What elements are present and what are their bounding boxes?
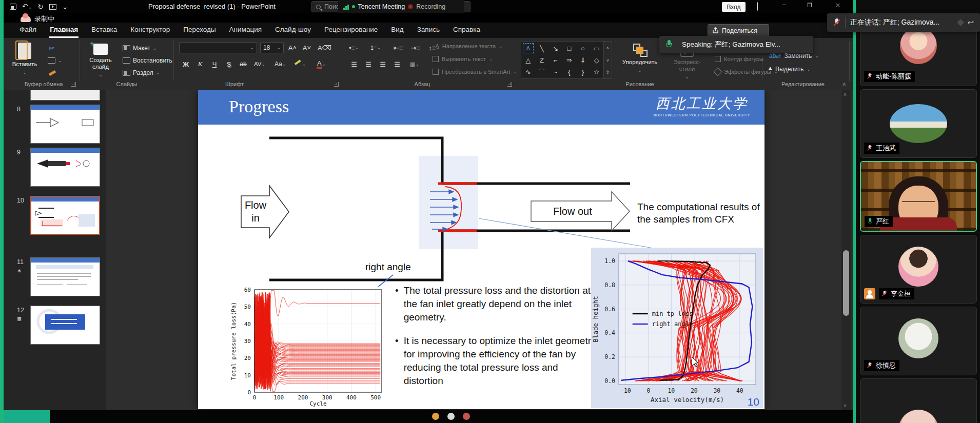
underline-button[interactable]: Ч <box>209 58 220 70</box>
tab-Слайд-шоу[interactable]: Слайд-шоу <box>268 23 318 38</box>
tab-Анимация[interactable]: Анимация <box>223 23 268 38</box>
font-name-combo[interactable]: ⌄ <box>179 42 257 53</box>
shape-icon[interactable]: ⇓ <box>576 55 590 66</box>
slide-thumbnail-10[interactable] <box>30 196 100 235</box>
bold-button[interactable]: Ж <box>180 58 191 70</box>
shape-icon[interactable]: ~ <box>548 66 562 78</box>
shapes-scroll-icon[interactable]: ⇳ <box>603 66 612 78</box>
slide-thumbnail-8[interactable] <box>30 105 100 144</box>
font-size-combo[interactable]: 18⌄ <box>260 42 284 53</box>
tab-Главная[interactable]: Главная <box>43 23 85 38</box>
participant-tile-严红[interactable]: 严红 <box>860 161 977 232</box>
shape-icon[interactable]: ☆ <box>590 66 603 78</box>
paste-button[interactable]: Вставить⌄ <box>8 41 42 79</box>
shape-icon[interactable]: } <box>576 66 590 78</box>
tab-Справка[interactable]: Справка <box>446 23 487 38</box>
strikethrough-button[interactable]: ab <box>238 58 249 70</box>
start-slideshow-icon[interactable] <box>49 4 56 10</box>
replace-button[interactable]: ab⇄Заменить⌄ <box>769 52 819 59</box>
align-left-button[interactable]: ☰ <box>348 58 360 70</box>
participant-tile-王治武[interactable]: 王治武 <box>860 89 977 158</box>
layout-button[interactable]: Макет⌄ <box>123 43 157 53</box>
shape-icon[interactable]: ⌐ <box>548 55 562 66</box>
shape-icon[interactable]: ⇒ <box>562 55 576 66</box>
change-case-button[interactable]: Aa⌄ <box>275 58 286 70</box>
increase-indent-button[interactable]: ⇥≡ <box>410 42 421 53</box>
taskbar-icon[interactable] <box>463 413 470 420</box>
text-shadow-button[interactable]: S <box>223 58 234 70</box>
save-icon[interactable] <box>10 4 16 10</box>
shape-outline-button[interactable]: Контур фигуры <box>715 56 763 62</box>
decrease-font-button[interactable]: A˅ <box>301 42 312 53</box>
taskbar-icon[interactable] <box>432 413 439 420</box>
shape-icon[interactable]: ↘ <box>548 42 562 55</box>
numbering-button[interactable]: 1≡⌄ <box>370 42 381 53</box>
shape-icon[interactable]: ▭ <box>590 42 603 55</box>
shape-icon[interactable]: ╲ <box>535 42 549 55</box>
shape-icon[interactable]: △ <box>521 55 535 66</box>
align-center-button[interactable]: ☰ <box>363 58 374 70</box>
shape-icon[interactable]: ⌒ <box>535 66 549 78</box>
arrange-button[interactable]: Упорядочить⌄ <box>617 41 662 79</box>
shape-icon[interactable]: { <box>562 66 576 78</box>
collapse-ribbon-icon[interactable]: ˄ <box>842 81 846 87</box>
participant-tile[interactable] <box>860 378 977 423</box>
minimize-button[interactable]: – <box>778 1 790 8</box>
slide-thumbnail-9[interactable] <box>30 148 100 187</box>
shape-icon[interactable]: Z <box>535 55 549 66</box>
cut-button[interactable]: ✂ <box>49 43 55 53</box>
close-button[interactable]: ✕ <box>832 2 844 9</box>
reply-arrow-icon[interactable]: ↩ <box>967 18 974 27</box>
shape-icon[interactable]: ◇ <box>590 55 603 66</box>
redo-icon[interactable]: ↻ <box>37 2 44 11</box>
tab-Рецензирование[interactable]: Рецензирование <box>318 23 384 38</box>
italic-button[interactable]: К <box>194 58 206 70</box>
select-button[interactable]: Выделить⌄ <box>769 66 811 73</box>
scrollbar-thumb[interactable] <box>843 250 849 316</box>
bullets-button[interactable]: •≡⌄ <box>348 42 360 53</box>
highlight-color-button[interactable]: ⌄ <box>295 58 306 70</box>
font-dialog-launcher[interactable] <box>334 82 339 87</box>
align-text-button[interactable]: Выровнять текст⌄ <box>433 56 493 62</box>
new-slide-button[interactable]: Создать слайд⌄ <box>84 41 117 79</box>
restore-button[interactable]: ❐ <box>804 2 815 9</box>
participant-tile-徐慎忍[interactable]: 徐慎忍 <box>860 307 977 375</box>
tab-Вставка[interactable]: Вставка <box>85 23 124 38</box>
tab-Запись[interactable]: Запись <box>410 23 446 38</box>
reset-button[interactable]: Восстановить <box>123 55 172 66</box>
convert-smartart-button[interactable]: Преобразовать в SmartArt⌄ <box>433 69 517 75</box>
slide-thumbnail-11[interactable] <box>30 257 100 296</box>
ribbon-display-options-button[interactable] <box>752 3 763 10</box>
section-button[interactable]: Раздел⌄ <box>123 68 160 78</box>
shape-icon[interactable]: ○ <box>576 42 590 55</box>
columns-button[interactable]: ▥⌄ <box>409 58 420 70</box>
slide-thumbnail-12[interactable] <box>30 306 100 345</box>
format-painter-button[interactable] <box>49 68 56 78</box>
tab-Файл[interactable]: Файл <box>13 23 43 38</box>
clipboard-dialog-launcher[interactable] <box>71 82 76 87</box>
shapes-scroll-icon[interactable]: ˅ <box>603 55 612 66</box>
justify-button[interactable]: ☰ <box>391 58 403 70</box>
copy-button[interactable]: ⌄ <box>48 55 62 66</box>
tab-Переходы[interactable]: Переходы <box>177 23 222 38</box>
text-direction-button[interactable]: ↓AНаправление текста⌄ <box>433 43 503 49</box>
tab-Конструктор[interactable]: Конструктор <box>124 23 177 38</box>
qat-customize-icon[interactable]: ⌄ <box>62 2 68 11</box>
shapes-scroll-icon[interactable]: ˄ <box>603 42 612 55</box>
slide-canvas[interactable]: Progress 西北工业大学 NORTHWESTERN POLYTECHNIC… <box>198 90 765 409</box>
share-button[interactable]: Поделиться <box>708 24 769 37</box>
scroll-down-icon[interactable]: ˅ <box>844 403 847 409</box>
shapes-gallery[interactable]: A╲↘□○▭˄△Z⌐⇒⇓◇˅∿⌒~{}☆⇳ <box>521 41 612 79</box>
sign-in-button[interactable]: Вход <box>722 2 746 12</box>
slide-scrollbar[interactable]: ˄ ˅ <box>841 90 851 410</box>
shape-icon[interactable]: ∿ <box>521 66 535 78</box>
clear-formatting-button[interactable]: A⌫ <box>318 42 331 53</box>
slide-thumbnail-partial[interactable] <box>30 90 100 100</box>
undo-icon[interactable]: ↶⌄ <box>22 2 32 12</box>
character-spacing-button[interactable]: AV⌄ <box>254 58 265 70</box>
participant-tile-李金桓[interactable]: 李金桓 <box>860 235 977 304</box>
paragraph-dialog-launcher[interactable] <box>507 82 512 87</box>
align-right-button[interactable]: ☰ <box>377 58 388 70</box>
decrease-indent-button[interactable]: ⇤≡ <box>393 42 404 53</box>
font-color-button[interactable]: А⌄ <box>316 58 327 70</box>
